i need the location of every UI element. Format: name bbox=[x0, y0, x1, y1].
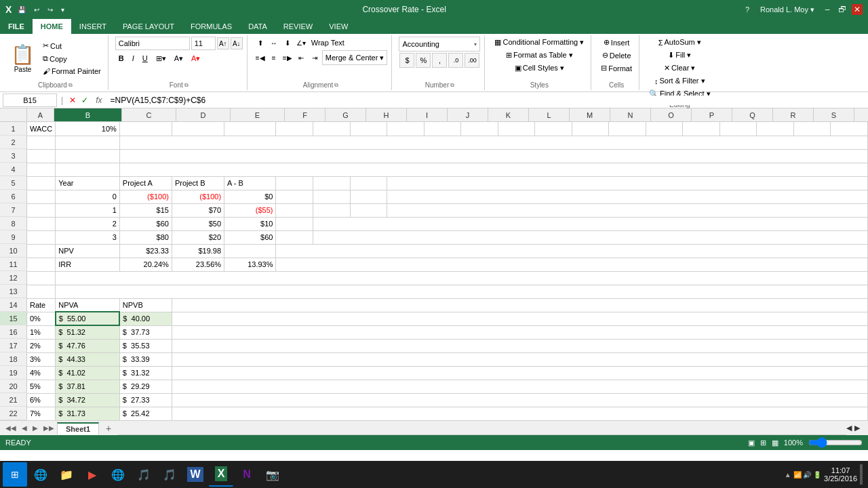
cell-d6[interactable]: ($100) bbox=[172, 190, 224, 203]
cell-b7[interactable]: 1 bbox=[56, 203, 120, 217]
cell-a5[interactable] bbox=[27, 176, 56, 190]
cell-c5[interactable]: Project A bbox=[119, 176, 172, 190]
cell-c6[interactable]: ($100) bbox=[119, 190, 172, 203]
cell-rest14[interactable] bbox=[172, 298, 867, 312]
cell-c1[interactable] bbox=[119, 122, 172, 136]
row-num-12[interactable]: 12 bbox=[0, 271, 27, 285]
cell-b1[interactable]: 10% bbox=[56, 122, 120, 136]
cell-p1[interactable] bbox=[646, 122, 683, 136]
cell-b14[interactable]: NPVA bbox=[56, 298, 120, 312]
cell-h5[interactable] bbox=[350, 176, 387, 190]
start-button[interactable]: ⊞ bbox=[3, 462, 27, 487]
cell-a19[interactable]: 4% bbox=[27, 366, 56, 380]
tab-scroll-left[interactable]: ◀◀ bbox=[3, 424, 19, 432]
decimal-decrease-button[interactable]: .00 bbox=[465, 53, 479, 68]
cell-c19[interactable]: $ 31.32 bbox=[119, 366, 172, 380]
cell-n1[interactable] bbox=[572, 122, 609, 136]
cell-a22[interactable]: 7% bbox=[27, 407, 56, 420]
cell-b9[interactable]: 3 bbox=[56, 230, 120, 244]
tab-page-layout[interactable]: PAGE LAYOUT bbox=[115, 19, 182, 34]
cell-e10[interactable] bbox=[224, 244, 276, 258]
row-num-8[interactable]: 8 bbox=[0, 217, 27, 230]
cell-c17[interactable]: $ 35.53 bbox=[119, 339, 172, 352]
font-size-decrease[interactable]: A↓ bbox=[231, 37, 243, 49]
cell-d8[interactable]: $50 bbox=[172, 217, 224, 230]
cell-a10[interactable] bbox=[27, 244, 56, 258]
col-header-p[interactable]: P bbox=[692, 108, 732, 121]
align-center-button[interactable]: ≡ bbox=[268, 52, 280, 64]
dollar-button[interactable]: $ bbox=[399, 53, 414, 68]
cell-a6[interactable] bbox=[27, 190, 56, 203]
cell-e9[interactable]: $60 bbox=[224, 230, 276, 244]
cell-rest15[interactable] bbox=[172, 312, 867, 325]
font-size-increase[interactable]: A↑ bbox=[217, 37, 229, 49]
spotify-button[interactable]: 🎵 bbox=[157, 462, 182, 487]
cell-rest8[interactable] bbox=[313, 217, 867, 230]
cell-g7[interactable] bbox=[313, 203, 350, 217]
align-top-button[interactable]: ⬆ bbox=[254, 37, 267, 49]
view-pagebreak-button[interactable]: ▦ bbox=[772, 439, 778, 447]
cell-c8[interactable]: $60 bbox=[119, 217, 172, 230]
camera-button[interactable]: 📷 bbox=[260, 462, 285, 487]
cell-f7[interactable] bbox=[276, 203, 313, 217]
minimize-button[interactable]: – bbox=[822, 4, 833, 15]
fill-color-button[interactable]: A▾ bbox=[171, 52, 186, 65]
cell-f5[interactable] bbox=[276, 176, 313, 190]
file-explorer-button[interactable]: 📁 bbox=[54, 462, 79, 487]
cell-a14[interactable]: Rate bbox=[27, 298, 56, 312]
cell-l1[interactable] bbox=[498, 122, 535, 136]
cell-b4[interactable] bbox=[56, 163, 120, 176]
col-header-h[interactable]: H bbox=[366, 108, 407, 121]
cell-o1[interactable] bbox=[609, 122, 646, 136]
cell-rest19[interactable] bbox=[172, 366, 867, 380]
cell-g6[interactable] bbox=[313, 190, 350, 203]
cell-b17[interactable]: $ 47.76 bbox=[56, 339, 120, 352]
cell-g1[interactable] bbox=[313, 122, 350, 136]
cell-h6[interactable] bbox=[350, 190, 387, 203]
restore-button[interactable]: 🗗 bbox=[837, 4, 848, 15]
cell-j1[interactable] bbox=[424, 122, 461, 136]
cell-rest13[interactable] bbox=[56, 285, 868, 298]
format-cells-button[interactable]: ⊟ Format bbox=[598, 62, 635, 74]
indent-decrease-button[interactable]: ⇤ bbox=[295, 52, 307, 64]
align-right-button[interactable]: ≡▶ bbox=[281, 52, 294, 64]
close-button[interactable]: ✕ bbox=[852, 4, 863, 15]
alignment-expand-icon[interactable]: ⧉ bbox=[334, 82, 338, 89]
quick-access-undo[interactable]: ↩ bbox=[32, 5, 41, 14]
sheet-tab-1[interactable]: Sheet1 bbox=[57, 422, 99, 434]
formula-input[interactable] bbox=[107, 96, 865, 105]
col-header-b[interactable]: B bbox=[54, 108, 122, 121]
cell-c2-rest[interactable] bbox=[119, 136, 867, 149]
tab-file[interactable]: FILE bbox=[0, 19, 33, 34]
quick-access-save[interactable]: 💾 bbox=[16, 5, 28, 14]
cell-a21[interactable]: 6% bbox=[27, 393, 56, 407]
tab-data[interactable]: DATA bbox=[240, 19, 275, 34]
cell-f8[interactable] bbox=[276, 217, 313, 230]
row-num-10[interactable]: 10 bbox=[0, 244, 27, 258]
clear-button[interactable]: ✕ Clear ▾ bbox=[661, 62, 698, 74]
cell-e11[interactable]: 13.93% bbox=[224, 258, 276, 271]
row-num-13[interactable]: 13 bbox=[0, 285, 27, 298]
row-num-11[interactable]: 11 bbox=[0, 258, 27, 271]
cell-b3[interactable] bbox=[56, 149, 120, 163]
col-header-t[interactable]: T bbox=[854, 108, 868, 121]
cell-a18[interactable]: 3% bbox=[27, 352, 56, 366]
cell-g5[interactable] bbox=[313, 176, 350, 190]
cell-c22[interactable]: $ 25.42 bbox=[119, 407, 172, 420]
cell-styles-button[interactable]: ▣ Cell Styles ▾ bbox=[512, 62, 567, 74]
cell-c4-rest[interactable] bbox=[119, 163, 867, 176]
cell-rest6[interactable] bbox=[387, 190, 868, 203]
cell-c18[interactable]: $ 33.39 bbox=[119, 352, 172, 366]
cancel-formula-button[interactable]: ✕ bbox=[67, 96, 78, 105]
number-expand-icon[interactable]: ⧉ bbox=[450, 82, 454, 89]
cell-b8[interactable]: 2 bbox=[56, 217, 120, 230]
cell-q1[interactable] bbox=[683, 122, 720, 136]
scroll-right-button[interactable]: ▶ bbox=[854, 424, 860, 432]
cell-a17[interactable]: 2% bbox=[27, 339, 56, 352]
cell-b11[interactable]: IRR bbox=[56, 258, 120, 271]
show-desktop-button[interactable] bbox=[860, 464, 863, 485]
font-color-button[interactable]: A▾ bbox=[188, 52, 203, 65]
cell-rest21[interactable] bbox=[172, 393, 867, 407]
cell-h1[interactable] bbox=[350, 122, 387, 136]
comma-button[interactable]: , bbox=[432, 53, 447, 68]
